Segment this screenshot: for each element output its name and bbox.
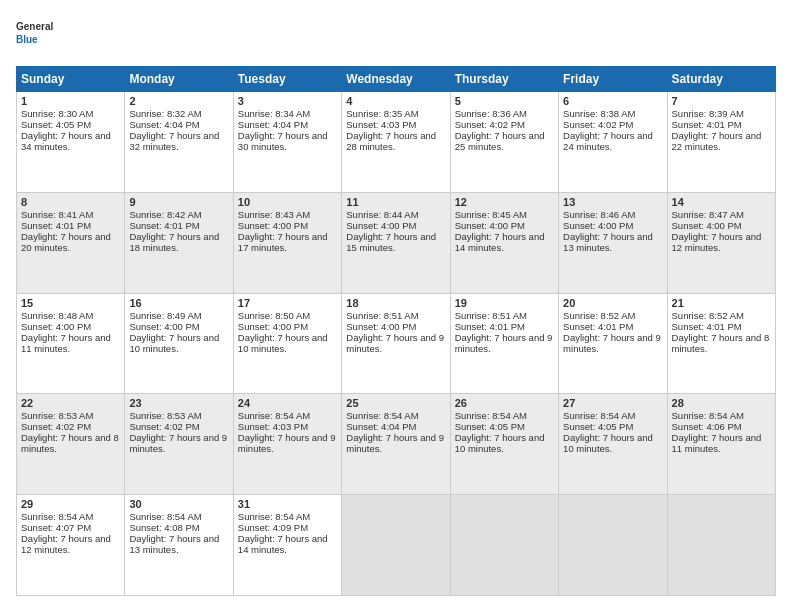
sunset: Sunset: 4:00 PM xyxy=(563,220,633,231)
sunset: Sunset: 4:02 PM xyxy=(21,421,91,432)
day-number: 27 xyxy=(563,397,662,409)
sunset: Sunset: 4:06 PM xyxy=(672,421,742,432)
sunset: Sunset: 4:03 PM xyxy=(346,119,416,130)
daylight: Daylight: 7 hours and 14 minutes. xyxy=(455,231,545,253)
day-number: 16 xyxy=(129,297,228,309)
day-number: 31 xyxy=(238,498,337,510)
calendar-cell: 14Sunrise: 8:47 AMSunset: 4:00 PMDayligh… xyxy=(667,192,775,293)
week-row-4: 22Sunrise: 8:53 AMSunset: 4:02 PMDayligh… xyxy=(17,394,776,495)
weekday-header-wednesday: Wednesday xyxy=(342,67,450,92)
week-row-3: 15Sunrise: 8:48 AMSunset: 4:00 PMDayligh… xyxy=(17,293,776,394)
svg-text:General: General xyxy=(16,21,53,32)
day-number: 9 xyxy=(129,196,228,208)
daylight: Daylight: 7 hours and 9 minutes. xyxy=(455,332,553,354)
weekday-header-friday: Friday xyxy=(559,67,667,92)
sunrise: Sunrise: 8:30 AM xyxy=(21,108,93,119)
calendar-page: General Blue SundayMondayTuesdayWednesda… xyxy=(0,0,792,612)
day-number: 19 xyxy=(455,297,554,309)
calendar-cell: 9Sunrise: 8:42 AMSunset: 4:01 PMDaylight… xyxy=(125,192,233,293)
calendar-table: SundayMondayTuesdayWednesdayThursdayFrid… xyxy=(16,66,776,596)
sunrise: Sunrise: 8:50 AM xyxy=(238,310,310,321)
sunrise: Sunrise: 8:49 AM xyxy=(129,310,201,321)
day-number: 26 xyxy=(455,397,554,409)
day-number: 18 xyxy=(346,297,445,309)
day-number: 23 xyxy=(129,397,228,409)
sunset: Sunset: 4:01 PM xyxy=(455,321,525,332)
sunrise: Sunrise: 8:47 AM xyxy=(672,209,744,220)
sunrise: Sunrise: 8:42 AM xyxy=(129,209,201,220)
day-number: 15 xyxy=(21,297,120,309)
day-number: 29 xyxy=(21,498,120,510)
sunset: Sunset: 4:00 PM xyxy=(21,321,91,332)
sunrise: Sunrise: 8:54 AM xyxy=(238,511,310,522)
sunrise: Sunrise: 8:54 AM xyxy=(563,410,635,421)
sunset: Sunset: 4:01 PM xyxy=(672,321,742,332)
daylight: Daylight: 7 hours and 22 minutes. xyxy=(672,130,762,152)
daylight: Daylight: 7 hours and 8 minutes. xyxy=(21,432,119,454)
calendar-cell: 1Sunrise: 8:30 AMSunset: 4:05 PMDaylight… xyxy=(17,92,125,193)
sunset: Sunset: 4:09 PM xyxy=(238,522,308,533)
daylight: Daylight: 7 hours and 14 minutes. xyxy=(238,533,328,555)
calendar-cell: 12Sunrise: 8:45 AMSunset: 4:00 PMDayligh… xyxy=(450,192,558,293)
sunset: Sunset: 4:02 PM xyxy=(455,119,525,130)
calendar-cell: 17Sunrise: 8:50 AMSunset: 4:00 PMDayligh… xyxy=(233,293,341,394)
sunset: Sunset: 4:04 PM xyxy=(129,119,199,130)
day-number: 8 xyxy=(21,196,120,208)
sunrise: Sunrise: 8:54 AM xyxy=(21,511,93,522)
week-row-2: 8Sunrise: 8:41 AMSunset: 4:01 PMDaylight… xyxy=(17,192,776,293)
calendar-cell: 29Sunrise: 8:54 AMSunset: 4:07 PMDayligh… xyxy=(17,495,125,596)
sunset: Sunset: 4:00 PM xyxy=(672,220,742,231)
calendar-cell: 31Sunrise: 8:54 AMSunset: 4:09 PMDayligh… xyxy=(233,495,341,596)
day-number: 25 xyxy=(346,397,445,409)
sunset: Sunset: 4:04 PM xyxy=(238,119,308,130)
sunset: Sunset: 4:08 PM xyxy=(129,522,199,533)
sunrise: Sunrise: 8:43 AM xyxy=(238,209,310,220)
calendar-cell: 7Sunrise: 8:39 AMSunset: 4:01 PMDaylight… xyxy=(667,92,775,193)
calendar-cell: 20Sunrise: 8:52 AMSunset: 4:01 PMDayligh… xyxy=(559,293,667,394)
day-number: 30 xyxy=(129,498,228,510)
sunrise: Sunrise: 8:35 AM xyxy=(346,108,418,119)
sunrise: Sunrise: 8:53 AM xyxy=(129,410,201,421)
day-number: 20 xyxy=(563,297,662,309)
sunset: Sunset: 4:04 PM xyxy=(346,421,416,432)
weekday-header-monday: Monday xyxy=(125,67,233,92)
sunrise: Sunrise: 8:46 AM xyxy=(563,209,635,220)
calendar-cell: 4Sunrise: 8:35 AMSunset: 4:03 PMDaylight… xyxy=(342,92,450,193)
daylight: Daylight: 7 hours and 11 minutes. xyxy=(672,432,762,454)
day-number: 4 xyxy=(346,95,445,107)
daylight: Daylight: 7 hours and 17 minutes. xyxy=(238,231,328,253)
daylight: Daylight: 7 hours and 28 minutes. xyxy=(346,130,436,152)
logo: General Blue xyxy=(16,16,76,56)
weekday-header-tuesday: Tuesday xyxy=(233,67,341,92)
header: General Blue xyxy=(16,16,776,56)
calendar-cell: 11Sunrise: 8:44 AMSunset: 4:00 PMDayligh… xyxy=(342,192,450,293)
daylight: Daylight: 7 hours and 15 minutes. xyxy=(346,231,436,253)
sunrise: Sunrise: 8:54 AM xyxy=(455,410,527,421)
sunset: Sunset: 4:00 PM xyxy=(238,321,308,332)
sunrise: Sunrise: 8:54 AM xyxy=(672,410,744,421)
week-row-5: 29Sunrise: 8:54 AMSunset: 4:07 PMDayligh… xyxy=(17,495,776,596)
sunset: Sunset: 4:01 PM xyxy=(672,119,742,130)
sunset: Sunset: 4:05 PM xyxy=(21,119,91,130)
daylight: Daylight: 7 hours and 10 minutes. xyxy=(238,332,328,354)
day-number: 21 xyxy=(672,297,771,309)
daylight: Daylight: 7 hours and 30 minutes. xyxy=(238,130,328,152)
sunset: Sunset: 4:05 PM xyxy=(563,421,633,432)
sunrise: Sunrise: 8:54 AM xyxy=(238,410,310,421)
day-number: 1 xyxy=(21,95,120,107)
sunrise: Sunrise: 8:54 AM xyxy=(129,511,201,522)
sunset: Sunset: 4:03 PM xyxy=(238,421,308,432)
sunrise: Sunrise: 8:34 AM xyxy=(238,108,310,119)
calendar-cell: 24Sunrise: 8:54 AMSunset: 4:03 PMDayligh… xyxy=(233,394,341,495)
calendar-cell: 15Sunrise: 8:48 AMSunset: 4:00 PMDayligh… xyxy=(17,293,125,394)
calendar-cell: 13Sunrise: 8:46 AMSunset: 4:00 PMDayligh… xyxy=(559,192,667,293)
calendar-cell: 28Sunrise: 8:54 AMSunset: 4:06 PMDayligh… xyxy=(667,394,775,495)
sunset: Sunset: 4:01 PM xyxy=(129,220,199,231)
svg-text:Blue: Blue xyxy=(16,34,38,45)
calendar-cell xyxy=(342,495,450,596)
sunrise: Sunrise: 8:45 AM xyxy=(455,209,527,220)
daylight: Daylight: 7 hours and 10 minutes. xyxy=(129,332,219,354)
weekday-header-thursday: Thursday xyxy=(450,67,558,92)
calendar-cell: 8Sunrise: 8:41 AMSunset: 4:01 PMDaylight… xyxy=(17,192,125,293)
sunset: Sunset: 4:00 PM xyxy=(129,321,199,332)
